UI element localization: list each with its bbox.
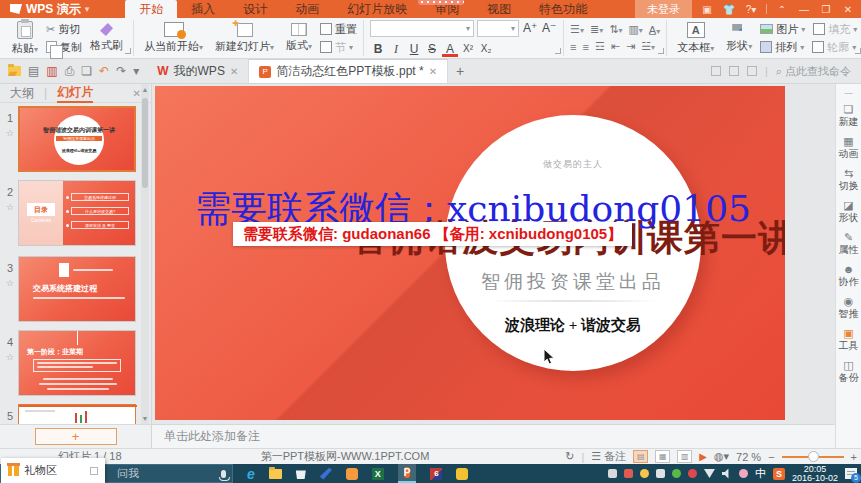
add-slide-button[interactable]: + <box>35 428 117 445</box>
tab-slideshow[interactable]: 幻灯片放映 <box>333 0 421 18</box>
panel-item-new[interactable]: ❏新建 <box>836 103 861 127</box>
gift-popup[interactable]: 礼物区 <box>1 458 105 483</box>
italic-button[interactable]: I <box>388 41 404 57</box>
export-pdf-icon[interactable]: ▥ <box>46 64 57 78</box>
tab-current-document[interactable]: P 简洁动态红色PPT模板.ppt * ✕ <box>249 59 448 83</box>
panel-item-animation[interactable]: ▦动画 <box>836 135 861 159</box>
decrease-indent-button[interactable]: ⇤ <box>611 40 620 53</box>
picture-button[interactable]: 图片▾ <box>760 22 805 36</box>
excel-app-icon[interactable]: X <box>372 468 384 480</box>
close-button[interactable]: ✕ <box>841 4 855 15</box>
decrease-font-button[interactable]: A⁻ <box>541 20 557 36</box>
slide-thumbnail-5[interactable] <box>18 404 136 424</box>
tab-animation[interactable]: 动画 <box>281 0 333 18</box>
layout-button[interactable]: 版式▾ <box>282 22 316 54</box>
close-tab-icon[interactable]: ✕ <box>230 66 238 77</box>
find-command-entry[interactable]: ⌕ 点此查找命令 <box>776 64 851 79</box>
panel-item-collaboration[interactable]: ☻协作 <box>836 263 861 287</box>
subscript-button[interactable]: X₂ <box>478 41 494 57</box>
slide-thumbnail-4[interactable]: 第一阶段：韭菜期 <box>18 330 136 396</box>
more-tools-icon[interactable] <box>747 66 757 76</box>
increase-indent-button[interactable]: ⇥ <box>626 40 635 53</box>
arrange-button[interactable]: 排列▾ <box>760 40 804 54</box>
fill-button[interactable]: 填充▾ <box>813 22 857 36</box>
sync-icon[interactable] <box>711 66 721 76</box>
customize-toolbar-icon[interactable]: ▾ <box>133 64 139 78</box>
app-logo[interactable]: WPS 演示 ▾ <box>0 0 99 18</box>
strikethrough-button[interactable]: S <box>424 41 440 57</box>
notes-toggle[interactable]: ☰ 备注 <box>591 449 626 464</box>
slide-footer-text[interactable]: 波浪理论 + 谐波交易 <box>445 316 701 335</box>
collapse-ribbon-icon[interactable]: ⌃ <box>775 4 789 15</box>
tab-design[interactable]: 设计 <box>229 0 281 18</box>
slide-thumbnail-3[interactable]: 交易系统搭建过程 <box>18 256 136 322</box>
window-style-icon[interactable]: ▣ <box>700 4 714 15</box>
redo-icon[interactable]: ↷ <box>116 64 126 78</box>
panel-item-properties[interactable]: ✎属性 <box>836 231 861 255</box>
superscript-button[interactable]: X² <box>460 41 476 57</box>
numbered-list-button[interactable]: ≣▾ <box>590 23 603 36</box>
play-slideshow-button[interactable]: ▶ <box>699 451 707 462</box>
wifi-icon[interactable] <box>704 469 715 478</box>
login-button[interactable]: 未登录 <box>635 0 692 18</box>
sidebar-scrollbar[interactable]: ▲ ▼ <box>141 84 149 424</box>
panel-close-icon[interactable]: ✕ <box>133 88 141 99</box>
open-icon[interactable]: ▰ <box>8 66 21 76</box>
tab-home[interactable]: 开始 <box>125 0 177 18</box>
paint-app-icon[interactable] <box>320 468 332 480</box>
slides-tab[interactable]: 幻灯片 <box>57 84 93 103</box>
slide-tagline[interactable]: 做交易的主人 <box>445 158 701 171</box>
undo-icon[interactable]: ↶ <box>99 64 109 78</box>
line-spacing-button[interactable]: ⇅▾ <box>609 23 622 36</box>
play-from-current-button[interactable]: 从当前开始▾ <box>140 21 207 55</box>
panel-item-transition[interactable]: ⇆切换 <box>836 167 861 191</box>
print-preview-icon[interactable]: ❏ <box>81 64 92 78</box>
panel-item-tools[interactable]: ▣工具 <box>836 327 861 351</box>
tray-ime-flower-icon[interactable] <box>739 469 748 478</box>
tips-icon[interactable]: ◍▾ <box>714 450 729 463</box>
scrollbar-thumb[interactable] <box>142 98 148 188</box>
ime-indicator[interactable]: 中 <box>755 466 766 481</box>
slide-editing-area[interactable]: 做交易的主人 智佣谐波交易内训课第一讲 智佣投资课堂出品 波浪理论 + 谐波交易… <box>155 86 785 420</box>
edge-app-icon[interactable]: e <box>247 466 255 482</box>
autofit-icon[interactable]: ↻ <box>565 450 574 463</box>
tray-flower-icon[interactable] <box>688 469 697 478</box>
docer-icon[interactable] <box>729 66 739 76</box>
copy-button[interactable]: 复制 <box>46 40 82 54</box>
panel-item-recommend[interactable]: ◉智推 <box>836 295 861 319</box>
orange-app-icon[interactable] <box>346 468 358 480</box>
panel-collapse-icon[interactable]: — <box>845 88 853 97</box>
panel-item-shape[interactable]: ◪形状 <box>836 199 861 223</box>
scroll-down-icon[interactable]: ▼ <box>141 415 149 422</box>
reading-view-button[interactable]: ▥ <box>677 450 692 463</box>
format-painter-button[interactable]: 格式刷 <box>86 22 127 54</box>
outline-button[interactable]: 轮廓▾ <box>812 40 856 54</box>
file-explorer-icon[interactable] <box>269 469 282 479</box>
tray-red-icon[interactable] <box>624 469 633 478</box>
zoom-out-button[interactable]: − <box>768 451 774 463</box>
slide-thumbnail-1[interactable]: 智佣谐波交易内训课第一讲 智佣投资课堂出品 波浪理论+谐波交易 <box>18 106 136 172</box>
tab-my-wps[interactable]: W 我的WPS ✕ <box>147 59 249 83</box>
sogou-ime-icon[interactable]: S <box>773 468 785 480</box>
tab-insert[interactable]: 插入 <box>177 0 229 18</box>
video-app-icon[interactable]: 6 <box>430 468 442 480</box>
print-icon[interactable]: ⎙ <box>65 64 75 78</box>
paste-button[interactable]: 粘贴▾ <box>8 20 42 57</box>
taskbar-search[interactable]: 礼物区 问我 <box>0 464 233 483</box>
outline-tab[interactable]: 大纲 <box>10 85 34 102</box>
action-center-icon[interactable]: 5 <box>845 468 857 479</box>
taskbar-clock[interactable]: 20:05 2016-10-02 <box>792 465 838 483</box>
panel-item-backup[interactable]: ◫备份 <box>836 359 861 383</box>
restore-button[interactable]: ❐ <box>819 4 833 15</box>
skin-icon[interactable]: 👕 <box>722 4 736 15</box>
zoom-in-button[interactable]: + <box>851 451 857 463</box>
zoom-slider[interactable] <box>782 456 844 458</box>
speaker-icon[interactable] <box>722 469 732 479</box>
font-name-select[interactable]: ▾ <box>370 20 474 37</box>
section-button[interactable]: 节▾ <box>320 40 357 54</box>
increase-font-button[interactable]: A⁺ <box>522 20 538 36</box>
underline-button[interactable]: U <box>406 41 422 57</box>
slide-thumbnail-2[interactable]: 目录 Contents 交易系统搭建过程 什么是谐波交易? 课程安排 及 要求 <box>18 180 136 246</box>
normal-view-button[interactable]: ▤ <box>633 450 648 463</box>
gift-checkbox[interactable] <box>90 467 98 475</box>
